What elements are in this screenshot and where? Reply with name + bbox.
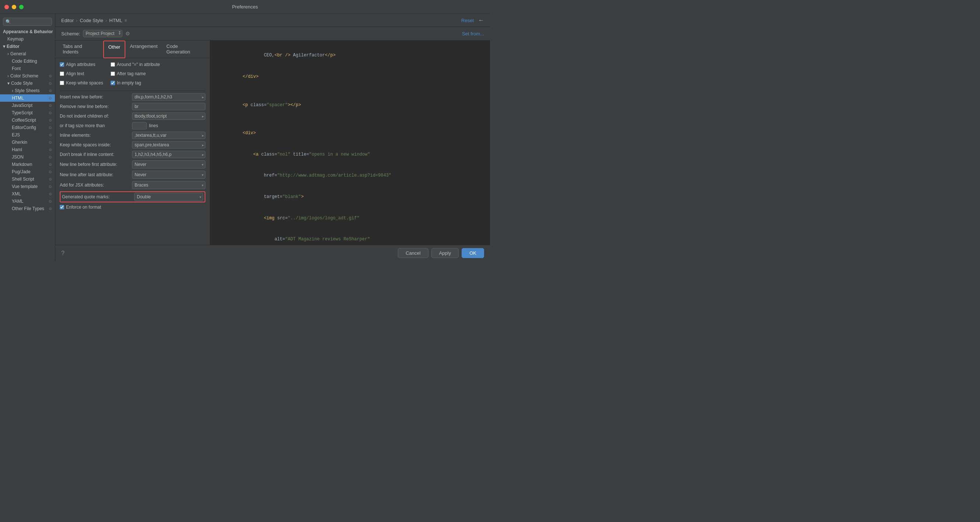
cancel-button[interactable]: Cancel	[398, 248, 428, 258]
sidebar-item-label: JSON	[12, 154, 24, 160]
minimize-button[interactable]	[12, 5, 16, 9]
code-line-2: </div>	[216, 66, 484, 88]
after-tag-name-row: After tag name	[111, 71, 160, 76]
sidebar-item-haml[interactable]: Haml ⚙	[0, 146, 55, 153]
align-attributes-label[interactable]: Align attributes	[60, 62, 95, 67]
in-empty-tag-label[interactable]: In empty tag	[111, 80, 141, 86]
tab-tabs-indents[interactable]: Tabs and Indents	[58, 41, 103, 58]
enforce-on-format-label[interactable]: Enforce on format	[60, 205, 101, 210]
sidebar-item-general[interactable]: › General	[0, 50, 55, 57]
sidebar-item-ejs[interactable]: EJS ⚙	[0, 131, 55, 138]
tab-other[interactable]: Other	[103, 41, 126, 58]
align-text-checkbox[interactable]	[60, 72, 64, 76]
in-empty-tag-row: In empty tag	[111, 80, 160, 86]
sidebar-item-label: Pug/Jade	[12, 169, 30, 174]
close-button[interactable]	[5, 5, 9, 9]
sidebar-item-style-sheets[interactable]: › Style Sheets ⚙	[0, 87, 55, 94]
after-tag-name-label[interactable]: After tag name	[111, 71, 146, 76]
sidebar-item-coffeescript[interactable]: CoffeeScript ⚙	[0, 116, 55, 124]
after-tag-name-checkbox[interactable]	[111, 72, 115, 76]
keep-white-spaces-checkbox[interactable]	[60, 81, 64, 85]
align-attributes-checkbox[interactable]	[60, 62, 64, 67]
checkboxes-section: Align attributes Align text	[60, 62, 205, 88]
divider-1	[60, 91, 205, 91]
dont-break-input[interactable]	[132, 151, 205, 158]
sidebar-item-editorconfig[interactable]: EditorConfig ⚙	[0, 124, 55, 131]
settings-icon: ⚙	[49, 111, 52, 115]
around-equal-label[interactable]: Around "=" in attribute	[111, 62, 160, 67]
inline-elements-input[interactable]	[132, 132, 205, 139]
header-actions: Reset ←	[461, 17, 484, 24]
settings-icon: ⚙	[49, 162, 52, 167]
search-input[interactable]	[3, 18, 52, 26]
sidebar-item-code-editing[interactable]: Code Editing	[0, 57, 55, 65]
remove-new-line-wrapper	[132, 103, 205, 110]
settings-icon: ⚙	[49, 118, 52, 123]
around-equal-checkbox[interactable]	[111, 62, 115, 67]
do-not-indent-input[interactable]	[132, 113, 205, 120]
new-line-last-attr-select-wrapper: Never Always When multiline ▾	[132, 171, 205, 179]
maximize-button[interactable]	[19, 5, 24, 9]
scheme-select-wrapper: Project Project ▾	[83, 30, 123, 37]
sidebar-item-markdown[interactable]: Markdown ⚙	[0, 161, 55, 168]
or-if-tag-row: or if tag size more than lines	[60, 122, 205, 129]
sidebar-item-appearance[interactable]: Appearance & Behavior	[0, 28, 55, 35]
new-line-first-attr-select[interactable]: Never Always When multiline	[132, 160, 205, 169]
sidebar-item-javascript[interactable]: JavaScript ⚙	[0, 102, 55, 109]
sidebar-item-label: Markdown	[12, 162, 32, 167]
content-area: Editor › Code Style › HTML ≡ Reset ← Sch…	[55, 14, 490, 261]
sidebar-item-label: Gherkin	[12, 140, 27, 145]
tab-arrangement[interactable]: Arrangement	[126, 41, 162, 58]
tab-code-generation[interactable]: Code Generation	[162, 41, 207, 58]
sidebar-item-other-file-types[interactable]: Other File Types ⚙	[0, 205, 55, 212]
generated-quote-marks-select[interactable]: Double Single	[134, 193, 203, 201]
sidebar-item-label: TypeScript	[12, 110, 33, 115]
back-button[interactable]: ←	[478, 17, 484, 24]
new-line-last-attr-row: New line after last attribute: Never Alw…	[60, 171, 205, 179]
scheme-select[interactable]: Project Project	[83, 30, 123, 37]
ok-button[interactable]: OK	[461, 248, 484, 258]
code-line-5: <a class="nol" title="opens in a new win…	[216, 144, 484, 166]
sidebar-item-json[interactable]: JSON ⚙	[0, 153, 55, 161]
or-if-tag-input[interactable]	[132, 122, 147, 129]
checkbox-col-left: Align attributes Align text	[60, 62, 103, 88]
sidebar-item-label: General	[10, 51, 26, 56]
settings-icon: ⚙	[49, 96, 52, 100]
code-line-blank-2	[216, 116, 484, 123]
sidebar-item-editor[interactable]: ▾ Editor	[0, 43, 55, 50]
sidebar-item-pug-jade[interactable]: Pug/Jade ⚙	[0, 168, 55, 175]
sidebar-item-code-style[interactable]: ▾ Code Style ⚙	[0, 80, 55, 87]
remove-new-line-input[interactable]	[132, 103, 205, 110]
sidebar-item-typescript[interactable]: TypeScript ⚙	[0, 109, 55, 116]
breadcrumb-code-style: Code Style	[80, 18, 103, 23]
sidebar-item-yaml[interactable]: YAML ⚙	[0, 197, 55, 205]
sidebar-item-xml[interactable]: XML ⚙	[0, 190, 55, 197]
sidebar-item-label: HTML	[12, 95, 24, 101]
remove-new-line-row: Remove new line before:	[60, 103, 205, 110]
sidebar-item-label: Code Style	[11, 81, 33, 86]
keep-white-spaces-inside-input[interactable]	[132, 141, 205, 148]
keep-white-spaces-label[interactable]: Keep white spaces	[60, 80, 103, 86]
sidebar-item-color-scheme[interactable]: › Color Scheme ⚙	[0, 72, 55, 80]
sidebar-item-keymap[interactable]: Keymap	[0, 35, 55, 43]
sidebar-item-html[interactable]: HTML ⚙	[0, 94, 55, 102]
add-jsx-attr-select[interactable]: Braces None	[132, 181, 205, 189]
insert-new-line-input[interactable]	[132, 93, 205, 101]
insert-new-line-label: Insert new line before:	[60, 94, 130, 100]
sidebar-item-gherkin[interactable]: Gherkin ⚙	[0, 138, 55, 146]
sidebar-item-font[interactable]: Font	[0, 65, 55, 72]
breadcrumb-sep-1: ›	[76, 18, 78, 23]
sidebar-item-vue-template[interactable]: Vue template ⚙	[0, 183, 55, 190]
in-empty-tag-checkbox[interactable]	[111, 81, 115, 85]
enforce-on-format-checkbox[interactable]	[60, 205, 64, 209]
set-from-button[interactable]: Set from...	[462, 31, 484, 37]
enforce-on-format-row: Enforce on format	[60, 205, 205, 210]
sidebar-item-shell-script[interactable]: Shell Script ⚙	[0, 175, 55, 183]
help-icon[interactable]: ?	[61, 250, 65, 256]
reset-button[interactable]: Reset	[461, 18, 474, 23]
new-line-last-attr-select[interactable]: Never Always When multiline	[132, 171, 205, 179]
gear-button[interactable]: ⚙	[126, 30, 130, 37]
align-text-label[interactable]: Align text	[60, 71, 84, 76]
apply-button[interactable]: Apply	[431, 248, 459, 258]
dont-break-label: Don't break if inline content:	[60, 152, 130, 157]
